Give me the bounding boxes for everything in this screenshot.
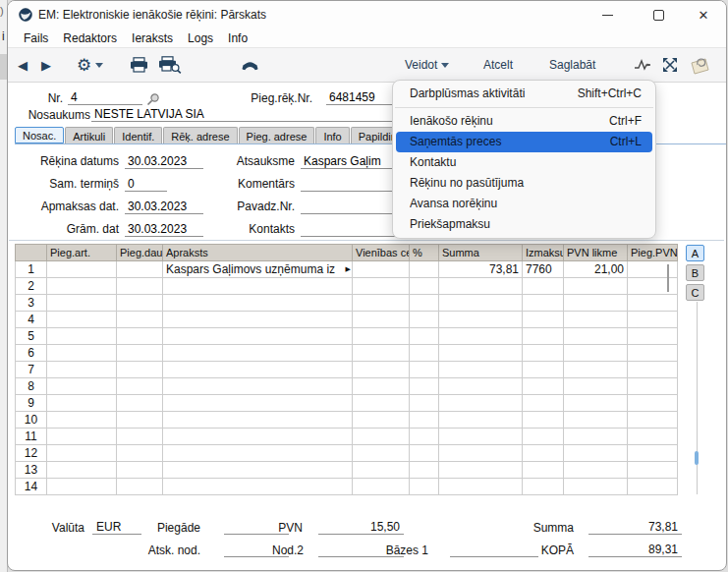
minimize-button[interactable] xyxy=(591,1,623,29)
rekina-datums-input[interactable]: 30.03.2023 xyxy=(125,154,203,169)
cell-pieg_art[interactable] xyxy=(47,479,117,495)
cell-num[interactable]: 5 xyxy=(16,328,47,345)
apmaksas-dat-input[interactable]: 30.03.2023 xyxy=(125,200,203,214)
cell-pct[interactable] xyxy=(410,328,439,345)
print-button[interactable] xyxy=(130,48,148,82)
cell-izmaksu_konts[interactable] xyxy=(523,345,564,362)
close-button[interactable]: ✕ xyxy=(688,1,719,29)
cell-summa[interactable] xyxy=(439,362,523,378)
cell-pieg_art[interactable] xyxy=(47,328,117,345)
cell-apraksts[interactable] xyxy=(163,445,353,462)
atcelt-button[interactable]: Atcelt xyxy=(483,48,513,82)
table-scrollbar-thumb[interactable] xyxy=(667,264,669,292)
saglabat-button[interactable]: Saglabāt xyxy=(549,48,595,82)
cell-izmaksu_konts[interactable] xyxy=(523,278,564,295)
cell-pieg_pvn_kods[interactable] xyxy=(628,395,678,412)
cell-num[interactable]: 11 xyxy=(16,429,47,445)
cell-apraksts[interactable] xyxy=(163,462,353,479)
cell-pct[interactable] xyxy=(410,312,439,328)
maximize-button[interactable] xyxy=(643,1,674,29)
sam-termins-input[interactable]: 0 xyxy=(125,177,167,192)
expand-button[interactable] xyxy=(662,48,678,82)
column-header-izmaksu_konts[interactable]: Izmaksu k xyxy=(523,245,564,261)
cell-izmaksu_konts[interactable] xyxy=(523,429,564,445)
cell-pieg_art[interactable] xyxy=(47,429,117,445)
cell-izmaksu_konts[interactable] xyxy=(523,445,564,462)
cell-pieg_pvn_kods[interactable] xyxy=(628,328,678,345)
cell-apraksts[interactable] xyxy=(163,412,353,429)
cell-pct[interactable] xyxy=(410,462,439,479)
cell-num[interactable]: 12 xyxy=(16,445,47,462)
menu-item-saņemtās-preces[interactable]: Saņemtās precesCtrl+L xyxy=(396,132,652,152)
tab-info[interactable]: Info xyxy=(315,127,349,143)
cell-pieg_art[interactable] xyxy=(47,312,117,328)
cell-num[interactable]: 3 xyxy=(16,295,47,312)
veidot-dropdown-button[interactable]: Veidot xyxy=(405,48,449,82)
cell-pieg_pvn_kods[interactable] xyxy=(628,295,678,312)
cell-pvn_likme[interactable]: 21,00 xyxy=(564,261,628,278)
menu-item-rēķinu-no-pasūtījuma[interactable]: Rēķinu no pasūtījuma xyxy=(393,173,655,194)
cell-pct[interactable] xyxy=(410,479,439,495)
cell-pvn_likme[interactable] xyxy=(564,345,628,362)
cell-pieg_pvn_kods[interactable] xyxy=(628,462,678,479)
cell-izmaksu_konts[interactable] xyxy=(523,328,564,345)
cell-pvn_likme[interactable] xyxy=(564,378,628,395)
summa-input[interactable]: 73,81 xyxy=(588,520,682,535)
cell-vienibas_cena[interactable] xyxy=(353,261,410,278)
title-bar[interactable]: EM: Elektroniskie ienākošie rēķini: Pārs… xyxy=(8,1,726,29)
cell-num[interactable]: 10 xyxy=(16,412,47,429)
forward-button[interactable]: ▶ xyxy=(41,48,51,82)
menubar-item-fails[interactable]: Fails xyxy=(18,31,54,45)
cell-pvn_likme[interactable] xyxy=(564,412,628,429)
cell-apraksts[interactable] xyxy=(163,295,353,312)
column-header-vienibas_cena[interactable]: Vienības cer xyxy=(353,245,410,261)
cell-pieg_daudz[interactable] xyxy=(117,445,163,462)
cell-pvn_likme[interactable] xyxy=(564,462,628,479)
column-header-pct[interactable]: % xyxy=(410,245,439,261)
cell-pieg_art[interactable] xyxy=(47,362,117,378)
cell-num[interactable]: 8 xyxy=(16,378,47,395)
cell-summa[interactable] xyxy=(439,395,523,412)
cell-pieg_art[interactable] xyxy=(47,445,117,462)
cell-summa[interactable] xyxy=(439,479,523,495)
menu-item-priekšapmaksu[interactable]: Priekšapmaksu xyxy=(393,214,655,235)
cell-pieg_pvn_kods[interactable] xyxy=(628,445,678,462)
cell-apraksts[interactable]: Kaspars Gaļimovs uzņēmuma iz▶ xyxy=(163,261,353,278)
matrix-flip-b-button[interactable]: B xyxy=(686,264,704,281)
cell-num[interactable]: 4 xyxy=(16,312,47,328)
cell-pct[interactable] xyxy=(410,429,439,445)
cell-summa[interactable] xyxy=(439,462,523,479)
cell-izmaksu_konts[interactable]: 7760 xyxy=(523,261,564,278)
cell-izmaksu_konts[interactable] xyxy=(523,412,564,429)
cell-vienibas_cena[interactable] xyxy=(353,295,410,312)
cell-izmaksu_konts[interactable] xyxy=(523,295,564,312)
cell-summa[interactable] xyxy=(439,295,523,312)
cell-apraksts[interactable] xyxy=(163,395,353,412)
cell-izmaksu_konts[interactable] xyxy=(523,312,564,328)
menubar-item-logs[interactable]: Logs xyxy=(182,31,219,45)
cell-izmaksu_konts[interactable] xyxy=(523,395,564,412)
cell-pvn_likme[interactable] xyxy=(564,312,628,328)
cell-pct[interactable] xyxy=(410,295,439,312)
cell-izmaksu_konts[interactable] xyxy=(523,362,564,378)
pavadz-nr-input[interactable] xyxy=(301,200,399,214)
cell-summa[interactable]: 73,81 xyxy=(439,261,523,278)
cell-pieg_daudz[interactable] xyxy=(117,312,163,328)
cell-apraksts[interactable] xyxy=(163,362,353,378)
cell-izmaksu_konts[interactable] xyxy=(523,462,564,479)
cell-pvn_likme[interactable] xyxy=(564,278,628,295)
matrix-flip-c-button[interactable]: C xyxy=(686,284,704,301)
tab-artikuli[interactable]: Artikuli xyxy=(65,127,113,143)
cell-pieg_daudz[interactable] xyxy=(117,479,163,495)
scrollbar-track[interactable] xyxy=(697,302,698,494)
cell-vienibas_cena[interactable] xyxy=(353,445,410,462)
cell-apraksts[interactable] xyxy=(163,345,353,362)
cell-num[interactable]: 7 xyxy=(16,362,47,378)
kontakts-input[interactable] xyxy=(301,222,399,237)
tab-pieg-adrese[interactable]: Pieg. adrese xyxy=(239,127,315,143)
menubar-item-ieraksts[interactable]: Ieraksts xyxy=(126,31,179,45)
column-header-num[interactable] xyxy=(16,245,47,261)
cell-apraksts[interactable] xyxy=(163,278,353,295)
matrix-flip-a-button[interactable]: A xyxy=(686,245,704,261)
cell-apraksts[interactable] xyxy=(163,328,353,345)
